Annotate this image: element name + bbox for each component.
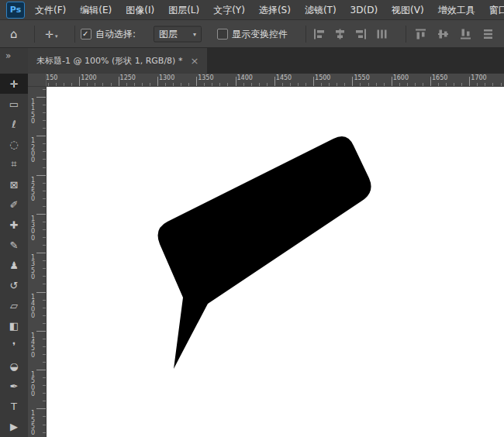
tools-panel: » ✛▭ℓ◌⌗⊠✐✚✎♟↺▱◧❜◒✒T▶ <box>0 48 28 437</box>
ruler-tick <box>243 83 244 86</box>
speech-bubble-shape[interactable] <box>158 136 371 369</box>
lasso-tool[interactable]: ℓ <box>0 114 28 134</box>
auto-select-checkbox[interactable]: ✓ <box>81 29 91 40</box>
menu-item-type[interactable]: 文字(Y) <box>206 0 252 20</box>
menu-item-filter[interactable]: 滤镜(T) <box>298 0 343 20</box>
move-tool[interactable]: ✛ <box>0 74 28 94</box>
ruler-tick <box>352 77 353 86</box>
ruler-label: 1500 <box>31 372 35 397</box>
ruler-tick <box>87 83 88 86</box>
ruler-tick <box>43 425 46 425</box>
ruler-tick <box>236 77 236 86</box>
document-canvas[interactable] <box>47 87 504 437</box>
auto-select-target-dropdown[interactable]: 图层 ▾ <box>154 26 202 42</box>
ruler-tick <box>344 83 345 86</box>
spot-healing-brush-tool[interactable]: ✚ <box>0 215 28 235</box>
ruler-label: 1400 <box>237 74 253 81</box>
align-vertical-centers-icon[interactable] <box>437 28 449 40</box>
ruler-tick <box>43 198 46 199</box>
gradient-tool[interactable]: ◧ <box>0 315 28 335</box>
move-tool-icon: ✛ <box>10 78 19 90</box>
ruler-tick <box>251 83 252 86</box>
brush-tool[interactable]: ✎ <box>0 235 28 255</box>
ruler-tick <box>461 83 462 86</box>
document-tab-title: 未标题-1 @ 100% (形状 1, RGB/8) * <box>36 55 182 67</box>
pen-tool[interactable]: ✒ <box>0 376 28 396</box>
align-left-edges-icon[interactable] <box>313 28 325 40</box>
ruler-label: 1700 <box>471 74 486 81</box>
ruler-tick <box>43 183 46 184</box>
ruler-tick <box>165 83 166 86</box>
path-selection-tool[interactable]: ▶ <box>0 416 28 436</box>
menu-item-image[interactable]: 图像(I) <box>119 0 161 20</box>
menu-item-window[interactable]: 窗口(W) <box>482 0 504 20</box>
ruler-tick <box>399 83 400 86</box>
ruler-tick <box>43 120 46 121</box>
ruler-tick <box>79 77 80 86</box>
horizontal-ruler[interactable]: 1150120012501300135014001450150015501600… <box>47 74 504 87</box>
menu-item-plugins[interactable]: 增效工具 <box>431 0 482 20</box>
clone-stamp-tool[interactable]: ♟ <box>0 255 28 275</box>
ruler-tick <box>274 77 275 86</box>
type-tool[interactable]: T <box>0 396 28 416</box>
menu-item-layer[interactable]: 图层(L) <box>161 0 206 20</box>
vertical-ruler[interactable]: 115012001250130013501400145015001550 <box>28 87 47 437</box>
blur-tool[interactable]: ❜ <box>0 335 28 356</box>
document-tab[interactable]: 未标题-1 @ 100% (形状 1, RGB/8) * × <box>28 48 207 74</box>
ruler-tick <box>43 245 46 246</box>
ruler-tick <box>204 83 205 86</box>
menu-items: 文件(F)编辑(E)图像(I)图层(L)文字(Y)选择(S)滤镜(T)3D(D)… <box>28 0 504 20</box>
type-tool-icon: T <box>11 401 17 412</box>
ruler-tick <box>492 83 493 86</box>
ruler-tick <box>150 83 150 86</box>
menu-item-3d[interactable]: 3D(D) <box>343 0 385 20</box>
ruler-tick <box>188 83 189 86</box>
frame-tool[interactable]: ⊠ <box>0 174 28 194</box>
close-tab-icon[interactable]: × <box>190 56 198 66</box>
divider <box>34 26 35 43</box>
ruler-tick <box>438 83 439 86</box>
ruler-tick <box>43 151 46 152</box>
menu-item-view[interactable]: 视图(V) <box>385 0 431 20</box>
distribute-horizontal-centers-icon[interactable] <box>376 28 388 40</box>
ruler-tick <box>196 77 197 86</box>
eraser-tool[interactable]: ▱ <box>0 295 28 315</box>
crop-tool[interactable]: ⌗ <box>0 154 28 174</box>
dodge-tool-icon: ◒ <box>9 360 18 372</box>
quick-selection-tool[interactable]: ◌ <box>0 134 28 154</box>
history-brush-tool[interactable]: ↺ <box>0 275 28 295</box>
rectangular-marquee-tool[interactable]: ▭ <box>0 94 28 114</box>
align-top-edges-icon[interactable] <box>415 28 426 40</box>
ruler-tick <box>454 83 454 86</box>
ruler-tick <box>43 112 46 113</box>
align-bottom-edges-icon[interactable] <box>460 28 471 40</box>
ruler-corner[interactable] <box>28 74 47 87</box>
dodge-tool[interactable]: ◒ <box>0 356 28 376</box>
distribute-vertical-centers-icon[interactable] <box>482 28 494 40</box>
ruler-tick <box>267 83 268 86</box>
ruler-tick <box>43 385 46 386</box>
align-horizontal-centers-icon[interactable] <box>334 28 346 40</box>
home-icon[interactable]: ⌂ <box>10 28 18 40</box>
crop-tool-icon: ⌗ <box>11 158 16 170</box>
eyedropper-tool[interactable]: ✐ <box>0 194 28 215</box>
ruler-tick <box>43 284 46 284</box>
tool-preset-move[interactable]: ✛ ▾ <box>45 28 57 40</box>
ruler-tick <box>477 83 478 86</box>
auto-select-label: 自动选择: <box>95 27 136 40</box>
ruler-tick <box>43 354 46 355</box>
ruler-tick <box>111 83 112 86</box>
collapse-panel-chevron-icon[interactable]: » <box>5 50 11 61</box>
align-right-edges-icon[interactable] <box>355 28 367 40</box>
ruler-tick <box>43 222 46 222</box>
ruler-label: 1550 <box>31 411 35 436</box>
show-transform-checkbox[interactable]: ✓ <box>217 29 228 40</box>
divider <box>406 26 406 43</box>
ruler-tick <box>227 83 228 86</box>
menu-item-select[interactable]: 选择(S) <box>252 0 298 20</box>
ruler-tick <box>43 346 46 347</box>
menu-item-file[interactable]: 文件(F) <box>28 0 73 20</box>
move-tool-icon: ✛ <box>45 28 54 40</box>
menu-item-edit[interactable]: 编辑(E) <box>73 0 119 20</box>
ruler-tick <box>43 323 46 324</box>
